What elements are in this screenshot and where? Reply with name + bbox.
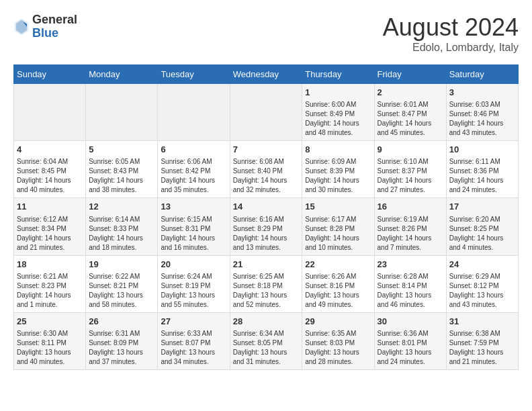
sub-title: Edolo, Lombardy, Italy: [383, 42, 519, 54]
day-number: 13: [161, 201, 226, 213]
calendar-week-row: 18Sunrise: 6:21 AM Sunset: 8:23 PM Dayli…: [14, 255, 519, 312]
day-number: 26: [89, 316, 154, 328]
day-number: 16: [378, 201, 443, 213]
day-content: Sunrise: 6:29 AM Sunset: 8:12 PM Dayligh…: [449, 272, 515, 310]
day-content: Sunrise: 6:19 AM Sunset: 8:26 PM Dayligh…: [378, 215, 443, 253]
calendar-cell: 21Sunrise: 6:25 AM Sunset: 8:18 PM Dayli…: [230, 255, 302, 312]
calendar-week-row: 1Sunrise: 6:00 AM Sunset: 8:49 PM Daylig…: [14, 84, 519, 141]
day-number: 24: [449, 259, 515, 271]
calendar-cell: 25Sunrise: 6:30 AM Sunset: 8:11 PM Dayli…: [14, 312, 86, 369]
calendar-cell: 9Sunrise: 6:10 AM Sunset: 8:37 PM Daylig…: [374, 141, 446, 198]
calendar-cell: 24Sunrise: 6:29 AM Sunset: 8:12 PM Dayli…: [446, 255, 518, 312]
calendar-week-row: 25Sunrise: 6:30 AM Sunset: 8:11 PM Dayli…: [14, 312, 519, 369]
calendar-cell: [86, 84, 158, 141]
calendar-week-row: 11Sunrise: 6:12 AM Sunset: 8:34 PM Dayli…: [14, 198, 519, 255]
calendar-cell: [158, 84, 230, 141]
day-content: Sunrise: 6:09 AM Sunset: 8:39 PM Dayligh…: [305, 157, 371, 195]
day-content: Sunrise: 6:31 AM Sunset: 8:09 PM Dayligh…: [89, 329, 154, 367]
day-content: Sunrise: 6:20 AM Sunset: 8:25 PM Dayligh…: [449, 215, 515, 253]
calendar-cell: 16Sunrise: 6:19 AM Sunset: 8:26 PM Dayli…: [374, 198, 446, 255]
day-content: Sunrise: 6:10 AM Sunset: 8:37 PM Dayligh…: [378, 157, 443, 195]
logo-text: General Blue: [32, 13, 77, 40]
calendar-cell: 11Sunrise: 6:12 AM Sunset: 8:34 PM Dayli…: [14, 198, 86, 255]
day-number: 27: [161, 316, 226, 328]
calendar-cell: 29Sunrise: 6:35 AM Sunset: 8:03 PM Dayli…: [302, 312, 374, 369]
day-content: Sunrise: 6:35 AM Sunset: 8:03 PM Dayligh…: [305, 329, 371, 367]
day-number: 20: [161, 259, 226, 271]
col-header-monday: Monday: [86, 65, 158, 84]
day-number: 22: [305, 259, 371, 271]
day-number: 4: [17, 144, 83, 156]
day-number: 31: [449, 316, 515, 328]
day-number: 23: [378, 259, 443, 271]
day-number: 17: [449, 201, 515, 213]
day-content: Sunrise: 6:33 AM Sunset: 8:07 PM Dayligh…: [161, 329, 226, 367]
day-number: 15: [305, 201, 371, 213]
day-number: 11: [17, 201, 83, 213]
calendar-cell: 13Sunrise: 6:15 AM Sunset: 8:31 PM Dayli…: [158, 198, 230, 255]
calendar-cell: 2Sunrise: 6:01 AM Sunset: 8:47 PM Daylig…: [374, 84, 446, 141]
day-number: 12: [89, 201, 154, 213]
calendar-cell: 5Sunrise: 6:05 AM Sunset: 8:43 PM Daylig…: [86, 141, 158, 198]
day-content: Sunrise: 6:03 AM Sunset: 8:46 PM Dayligh…: [449, 100, 515, 138]
calendar-cell: 19Sunrise: 6:22 AM Sunset: 8:21 PM Dayli…: [86, 255, 158, 312]
calendar-cell: 3Sunrise: 6:03 AM Sunset: 8:46 PM Daylig…: [446, 84, 518, 141]
day-content: Sunrise: 6:06 AM Sunset: 8:42 PM Dayligh…: [161, 157, 226, 195]
page-header: General Blue August 2024 Edolo, Lombardy…: [13, 13, 519, 54]
day-content: Sunrise: 6:21 AM Sunset: 8:23 PM Dayligh…: [17, 272, 83, 310]
calendar-week-row: 4Sunrise: 6:04 AM Sunset: 8:45 PM Daylig…: [14, 141, 519, 198]
col-header-tuesday: Tuesday: [158, 65, 230, 84]
calendar-cell: 23Sunrise: 6:28 AM Sunset: 8:14 PM Dayli…: [374, 255, 446, 312]
col-header-wednesday: Wednesday: [230, 65, 302, 84]
day-number: 8: [305, 144, 371, 156]
calendar-cell: 18Sunrise: 6:21 AM Sunset: 8:23 PM Dayli…: [14, 255, 86, 312]
calendar-cell: 22Sunrise: 6:26 AM Sunset: 8:16 PM Dayli…: [302, 255, 374, 312]
calendar-cell: 10Sunrise: 6:11 AM Sunset: 8:36 PM Dayli…: [446, 141, 518, 198]
calendar-cell: 31Sunrise: 6:38 AM Sunset: 7:59 PM Dayli…: [446, 312, 518, 369]
day-number: 1: [305, 87, 371, 99]
day-content: Sunrise: 6:36 AM Sunset: 8:01 PM Dayligh…: [378, 329, 443, 367]
logo-icon: [13, 17, 30, 36]
calendar-cell: 7Sunrise: 6:08 AM Sunset: 8:40 PM Daylig…: [230, 141, 302, 198]
calendar-cell: 26Sunrise: 6:31 AM Sunset: 8:09 PM Dayli…: [86, 312, 158, 369]
day-content: Sunrise: 6:01 AM Sunset: 8:47 PM Dayligh…: [378, 100, 443, 138]
col-header-sunday: Sunday: [14, 65, 86, 84]
day-number: 21: [233, 259, 300, 271]
calendar-cell: 20Sunrise: 6:24 AM Sunset: 8:19 PM Dayli…: [158, 255, 230, 312]
day-number: 6: [161, 144, 226, 156]
calendar-cell: [14, 84, 86, 141]
day-content: Sunrise: 6:34 AM Sunset: 8:05 PM Dayligh…: [233, 329, 300, 367]
day-number: 25: [17, 316, 83, 328]
title-block: August 2024 Edolo, Lombardy, Italy: [383, 13, 519, 54]
calendar-cell: 14Sunrise: 6:16 AM Sunset: 8:29 PM Dayli…: [230, 198, 302, 255]
calendar-table: SundayMondayTuesdayWednesdayThursdayFrid…: [13, 64, 519, 370]
day-content: Sunrise: 6:12 AM Sunset: 8:34 PM Dayligh…: [17, 215, 83, 253]
day-number: 14: [233, 201, 300, 213]
day-number: 7: [233, 144, 300, 156]
day-content: Sunrise: 6:11 AM Sunset: 8:36 PM Dayligh…: [449, 157, 515, 195]
day-content: Sunrise: 6:05 AM Sunset: 8:43 PM Dayligh…: [89, 157, 154, 195]
col-header-saturday: Saturday: [446, 65, 518, 84]
calendar-cell: 4Sunrise: 6:04 AM Sunset: 8:45 PM Daylig…: [14, 141, 86, 198]
day-content: Sunrise: 6:24 AM Sunset: 8:19 PM Dayligh…: [161, 272, 226, 310]
day-number: 10: [449, 144, 515, 156]
day-content: Sunrise: 6:22 AM Sunset: 8:21 PM Dayligh…: [89, 272, 154, 310]
day-content: Sunrise: 6:26 AM Sunset: 8:16 PM Dayligh…: [305, 272, 371, 310]
calendar-cell: 1Sunrise: 6:00 AM Sunset: 8:49 PM Daylig…: [302, 84, 374, 141]
day-content: Sunrise: 6:08 AM Sunset: 8:40 PM Dayligh…: [233, 157, 300, 195]
calendar-cell: 30Sunrise: 6:36 AM Sunset: 8:01 PM Dayli…: [374, 312, 446, 369]
day-content: Sunrise: 6:38 AM Sunset: 7:59 PM Dayligh…: [449, 329, 515, 367]
calendar-cell: 6Sunrise: 6:06 AM Sunset: 8:42 PM Daylig…: [158, 141, 230, 198]
logo: General Blue: [13, 13, 77, 40]
day-number: 30: [378, 316, 443, 328]
day-content: Sunrise: 6:25 AM Sunset: 8:18 PM Dayligh…: [233, 272, 300, 310]
calendar-cell: 8Sunrise: 6:09 AM Sunset: 8:39 PM Daylig…: [302, 141, 374, 198]
day-number: 2: [378, 87, 443, 99]
day-number: 18: [17, 259, 83, 271]
day-number: 19: [89, 259, 154, 271]
col-header-thursday: Thursday: [302, 65, 374, 84]
calendar-cell: 12Sunrise: 6:14 AM Sunset: 8:33 PM Dayli…: [86, 198, 158, 255]
main-title: August 2024: [383, 13, 519, 42]
calendar-cell: 15Sunrise: 6:17 AM Sunset: 8:28 PM Dayli…: [302, 198, 374, 255]
calendar-header-row: SundayMondayTuesdayWednesdayThursdayFrid…: [14, 65, 519, 84]
